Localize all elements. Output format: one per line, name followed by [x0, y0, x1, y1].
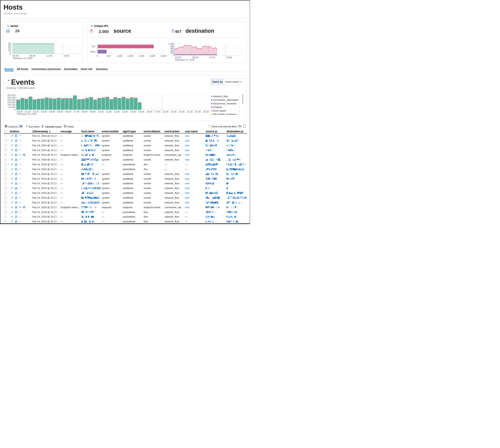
- svg-text:February 14, 2024: February 14, 2024: [13, 57, 32, 60]
- svg-text:04:00: 04:00: [49, 111, 55, 113]
- svg-text:09:00: 09:00: [90, 111, 96, 113]
- svg-text:0: 0: [97, 55, 98, 58]
- svg-text:1,500: 1,500: [127, 55, 133, 58]
- svg-text:300,000: 300,000: [7, 94, 16, 96]
- svg-text:50,000: 50,000: [9, 106, 16, 108]
- svg-text:February 14, 2024: February 14, 2024: [175, 59, 195, 61]
- svg-text:200,000: 200,000: [7, 99, 16, 101]
- svg-text:08:00: 08:00: [82, 111, 87, 113]
- svg-text:2,500: 2,500: [149, 55, 155, 58]
- svg-text:16:00: 16:00: [146, 111, 152, 113]
- svg-text:100,000: 100,000: [7, 104, 16, 106]
- svg-text:1,000: 1,000: [117, 55, 122, 58]
- svg-text:03:00: 03:00: [41, 111, 47, 113]
- svg-text:February 14, 2024: February 14, 2024: [17, 112, 36, 115]
- svg-text:22:00: 22:00: [195, 111, 201, 113]
- svg-text:14:00: 14:00: [130, 111, 136, 113]
- svg-text:2,000: 2,000: [138, 55, 144, 58]
- svg-text:3,000: 3,000: [160, 55, 166, 58]
- svg-text:250,000: 250,000: [7, 96, 16, 99]
- svg-text:500: 500: [106, 55, 110, 58]
- svg-text:18:00: 18:00: [226, 56, 232, 59]
- svg-text:Dest.: Dest.: [90, 50, 96, 53]
- svg-text:12:00: 12:00: [47, 54, 52, 57]
- svg-text:23:00: 23:00: [203, 111, 209, 113]
- svg-text:12:00: 12:00: [209, 56, 215, 59]
- svg-text:18:00: 18:00: [63, 54, 69, 57]
- svg-text:20:00: 20:00: [179, 111, 185, 113]
- svg-text:0: 0: [9, 52, 11, 55]
- svg-text:05:00: 05:00: [57, 111, 63, 113]
- svg-text:15:00: 15:00: [138, 111, 144, 113]
- svg-text:12:00: 12:00: [114, 111, 120, 113]
- svg-text:0: 0: [173, 54, 174, 57]
- svg-text:18:00: 18:00: [162, 111, 169, 113]
- svg-text:19:00: 19:00: [171, 111, 177, 113]
- svg-text:07:00: 07:00: [73, 111, 80, 113]
- svg-text:17:00: 17:00: [155, 111, 160, 113]
- svg-text:Src.: Src.: [92, 45, 96, 48]
- svg-text:10:00: 10:00: [98, 111, 104, 113]
- svg-text:0: 0: [14, 109, 16, 111]
- svg-text:11:00: 11:00: [106, 111, 112, 113]
- svg-text:21:00: 21:00: [187, 111, 193, 113]
- svg-text:13:00: 13:00: [122, 111, 128, 113]
- svg-text:150,000: 150,000: [7, 101, 16, 104]
- svg-text:06:00: 06:00: [65, 111, 71, 113]
